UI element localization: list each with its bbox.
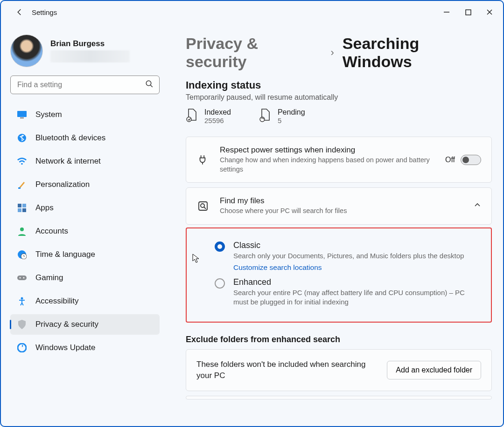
card-power-settings[interactable]: Respect power settings when indexing Cha… xyxy=(186,137,492,183)
exclude-heading: Exclude folders from enhanced search xyxy=(186,335,492,344)
monitor-icon xyxy=(17,110,27,120)
svg-rect-4 xyxy=(17,111,27,117)
user-email-blurred xyxy=(50,50,130,62)
sidebar-item-gaming[interactable]: Gaming xyxy=(10,268,160,288)
update-icon xyxy=(17,343,27,353)
cursor-icon xyxy=(192,254,200,265)
sidebar-item-accessibility[interactable]: Accessibility xyxy=(10,291,160,311)
avatar xyxy=(10,34,43,67)
svg-rect-23 xyxy=(199,202,207,210)
find-my-files-options: Classic Search only your Documents, Pict… xyxy=(186,227,492,323)
pending-value: 5 xyxy=(278,117,305,124)
sidebar-item-privacy[interactable]: Privacy & security xyxy=(10,314,160,335)
sidebar-item-update[interactable]: Windows Update xyxy=(10,337,160,358)
svg-point-21 xyxy=(187,117,191,122)
customize-search-locations-link[interactable]: Customize search locations xyxy=(233,263,482,272)
find-card-desc: Choose where your PC will search for fil… xyxy=(220,207,463,216)
indexed-value: 25596 xyxy=(204,117,231,124)
svg-rect-1 xyxy=(466,10,471,15)
enhanced-title: Enhanced xyxy=(233,277,482,287)
classic-desc: Search only your Documents, Pictures, an… xyxy=(233,251,482,261)
indexed-label: Indexed xyxy=(204,108,231,117)
shield-icon xyxy=(17,319,27,330)
sidebar-item-system[interactable]: System xyxy=(10,104,160,125)
sidebar-item-label: Accounts xyxy=(35,227,68,236)
radio-option-enhanced[interactable]: Enhanced Search your entire PC (may affe… xyxy=(215,277,482,307)
apps-icon xyxy=(17,203,27,213)
sidebar-item-label: Bluetooth & devices xyxy=(35,133,105,143)
main-content: Privacy & security › Searching Windows I… xyxy=(169,23,503,404)
profile-block[interactable]: Brian Burgess xyxy=(10,34,160,67)
exclude-desc: These folders won't be included when sea… xyxy=(196,359,378,381)
enhanced-desc: Search your entire PC (may affect batter… xyxy=(233,288,482,307)
radio-option-classic[interactable]: Classic Search only your Documents, Pict… xyxy=(215,241,482,272)
person-icon xyxy=(17,226,27,236)
maximize-button[interactable] xyxy=(457,3,479,21)
svg-point-2 xyxy=(146,81,151,86)
add-excluded-folder-button[interactable]: Add an excluded folder xyxy=(387,361,481,379)
svg-point-24 xyxy=(201,204,204,207)
sidebar-item-label: Time & language xyxy=(35,250,95,259)
indexing-status-subtitle: Temporarily paused, will resume automati… xyxy=(186,93,492,102)
sidebar-item-label: Windows Update xyxy=(35,343,96,352)
breadcrumb: Privacy & security › Searching Windows xyxy=(186,34,492,71)
card-placeholder xyxy=(186,396,492,399)
card-find-my-files[interactable]: Find my files Choose where your PC will … xyxy=(186,187,492,225)
power-card-title: Respect power settings when indexing xyxy=(220,145,435,155)
bluetooth-icon xyxy=(17,133,27,143)
sidebar-item-label: Network & internet xyxy=(35,157,101,166)
sidebar-item-apps[interactable]: Apps xyxy=(10,198,160,218)
stat-indexed: Indexed 25596 xyxy=(186,108,231,124)
sidebar-item-label: Apps xyxy=(35,203,54,213)
svg-point-19 xyxy=(21,297,23,300)
svg-line-25 xyxy=(204,207,206,209)
search-box[interactable] xyxy=(10,76,160,94)
sidebar-item-label: Accessibility xyxy=(35,296,79,306)
svg-point-17 xyxy=(20,277,21,279)
minimize-button[interactable] xyxy=(436,3,457,21)
chevron-up-icon xyxy=(474,201,481,211)
sidebar-item-accounts[interactable]: Accounts xyxy=(10,221,160,241)
user-name: Brian Burgess xyxy=(50,39,130,48)
sidebar-item-personalization[interactable]: Personalization xyxy=(10,174,160,195)
card-exclude-folders: These folders won't be included when sea… xyxy=(186,349,492,391)
power-toggle[interactable] xyxy=(461,155,481,165)
wifi-icon xyxy=(17,156,27,166)
sidebar-item-time[interactable]: Time & language xyxy=(10,244,160,265)
svg-point-7 xyxy=(21,163,23,165)
titlebar: Settings xyxy=(1,1,503,23)
gamepad-icon xyxy=(17,273,27,283)
file-refresh-icon xyxy=(259,108,271,124)
svg-point-18 xyxy=(23,277,25,279)
radio-enhanced[interactable] xyxy=(215,278,225,289)
search-file-icon xyxy=(196,200,210,212)
sidebar-item-network[interactable]: Network & internet xyxy=(10,151,160,172)
indexing-status-heading: Indexing status xyxy=(186,79,492,91)
pending-label: Pending xyxy=(278,108,305,117)
sidebar-item-label: Personalization xyxy=(35,180,90,189)
page-title: Searching Windows xyxy=(343,34,492,71)
accessibility-icon xyxy=(17,296,27,306)
back-button[interactable] xyxy=(10,8,29,16)
stat-pending: Pending 5 xyxy=(259,108,305,124)
brush-icon xyxy=(17,179,27,190)
svg-rect-5 xyxy=(20,117,24,118)
svg-rect-9 xyxy=(18,204,21,207)
svg-line-3 xyxy=(150,85,153,87)
sidebar-item-label: System xyxy=(35,110,62,119)
toggle-state-label: Off xyxy=(445,156,455,164)
classic-title: Classic xyxy=(233,241,482,250)
search-icon xyxy=(145,80,154,90)
svg-rect-12 xyxy=(22,208,26,212)
chevron-right-icon: › xyxy=(331,47,334,59)
close-button[interactable] xyxy=(479,3,500,21)
globe-clock-icon xyxy=(17,249,27,260)
radio-classic[interactable] xyxy=(215,241,225,252)
search-input[interactable] xyxy=(16,80,145,90)
breadcrumb-parent[interactable]: Privacy & security xyxy=(186,34,322,71)
sidebar-item-label: Privacy & security xyxy=(35,320,98,329)
sidebar-item-bluetooth[interactable]: Bluetooth & devices xyxy=(10,128,160,148)
sidebar-item-label: Gaming xyxy=(35,273,63,282)
svg-rect-11 xyxy=(18,208,21,212)
svg-point-13 xyxy=(20,227,24,231)
